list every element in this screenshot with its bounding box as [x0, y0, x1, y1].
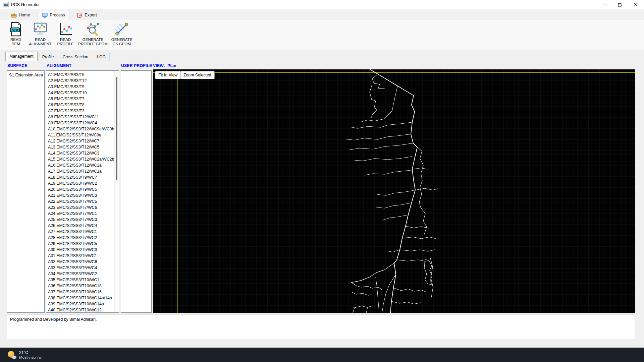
tab-log[interactable]: LOG: [93, 53, 110, 61]
alignment-list-item[interactable]: A8.EMC/S2/SS3/T12/WC11: [46, 114, 119, 120]
monitor-chart-icon: [33, 21, 48, 37]
minimize-button[interactable]: [597, 0, 612, 9]
alignment-list-item[interactable]: A19.EMC/S2/SS3/T9/WC2: [46, 180, 119, 186]
alignment-list-item[interactable]: A40.EMC/S2/SS3/T10/WC12: [46, 307, 119, 313]
alignment-list-item[interactable]: A16.EMC/S2/SS3/T12/WC2a: [46, 162, 119, 168]
plan-polyline: [364, 170, 414, 175]
alignment-list-item[interactable]: A4.EMC/S2/SS3/T10: [46, 90, 119, 96]
alignment-list-item[interactable]: A21.EMC/S2/SS3/T9/WC3: [46, 192, 119, 198]
plan-view-canvas[interactable]: Fit In View Zoom Selected: [153, 69, 635, 313]
alignment-list[interactable]: A1.EMC/S2/SS3/T5A2.EMC/S2/SS3/T12A3.EMC/…: [46, 70, 119, 313]
read-alignment-button[interactable]: READALIGNMENT: [27, 20, 54, 50]
tab-export[interactable]: Export: [73, 10, 101, 20]
alignment-list-item[interactable]: A23.EMC/S2/SS3/T7/WC6: [46, 204, 119, 210]
weather-condition: Mostly sunny: [19, 355, 42, 360]
monitor-icon: [42, 13, 48, 18]
plan-polyline: [366, 307, 368, 313]
alignment-list-item[interactable]: A14.EMC/S2/SS3/T12/WC3: [46, 150, 119, 156]
plan-drawing: [153, 69, 635, 313]
alignment-list-item[interactable]: A33.EMC/S2/SS3/T5/WC4: [46, 265, 119, 271]
app-window-icon: [3, 2, 9, 7]
alignment-list-item[interactable]: A36.EMC/S2/SS3/T10/WC18: [46, 283, 119, 289]
tab-profile-label: Profile: [42, 55, 54, 59]
alignment-list-item[interactable]: A22.EMC/S2/SS3/T7/WC5: [46, 198, 119, 204]
view-label: VIEW: Plan: [153, 63, 176, 68]
view-mode-value: Plan: [167, 63, 176, 68]
alignment-list-item[interactable]: A13.EMC/S2/SS3/T12/WC5: [46, 144, 119, 150]
fit-in-view-button[interactable]: Fit In View: [155, 71, 181, 79]
plan-polyline: [352, 292, 371, 295]
plan-polyline: [393, 288, 426, 292]
alignment-list-item[interactable]: A12.EMC/S2/SS3/T12/WC7: [46, 138, 119, 144]
alignment-list-item[interactable]: A26.EMC/S2/SS3/T7/WC4: [46, 223, 119, 229]
tab-profile[interactable]: Profile: [38, 53, 58, 61]
plan-polyline: [346, 134, 411, 140]
alignment-list-item[interactable]: A30.EMC/S2/SS3/T5/WC3: [46, 247, 119, 253]
plan-polyline: [350, 306, 372, 308]
credit-text: Programmed and Developed by Bimal Adhika…: [7, 315, 635, 322]
alignment-list-item[interactable]: A5.EMC/S2/SS3/T7: [46, 96, 119, 102]
tab-cross-section[interactable]: Cross Section: [59, 53, 93, 61]
status-panel: Programmed and Developed by Bimal Adhika…: [7, 314, 635, 339]
alignment-list-item[interactable]: A18.EMC/S2/SS3/T9/WC7: [46, 174, 119, 180]
read-profile-button[interactable]: READPROFILE: [54, 20, 76, 50]
restore-button[interactable]: [612, 0, 628, 9]
read-dem-button[interactable]: DEM READDEM: [5, 20, 26, 50]
surface-list[interactable]: S1.Extension Area: [7, 70, 45, 313]
plan-polyline: [355, 157, 412, 161]
tab-management[interactable]: Management: [5, 52, 38, 61]
alignment-scrollbar[interactable]: [114, 71, 119, 312]
plan-polyline: [412, 168, 427, 169]
plan-polyline: [377, 190, 415, 195]
zoom-selected-button[interactable]: Zoom Selected: [180, 71, 215, 79]
alignment-list-item[interactable]: A37.EMC/S2/SS3/T10/WC16: [46, 289, 119, 295]
generate-profile-geom-button[interactable]: GENERATEPROFILE GEOM: [77, 20, 109, 50]
alignment-list-item[interactable]: A34.EMC/S2/SS3/T5/WC2: [46, 271, 119, 277]
plan-polyline: [406, 226, 429, 228]
svg-text:DEM: DEM: [12, 28, 18, 32]
alignment-list-item[interactable]: A20.EMC/S2/SS3/T9/WC5: [46, 186, 119, 192]
plan-polyline: [353, 308, 355, 313]
alignment-list-item[interactable]: A27.EMC/S2/SS3/T9/WC1: [46, 229, 119, 235]
alignment-list-item[interactable]: A25.EMC/S2/SS3/T7/WC3: [46, 217, 119, 223]
plan-polyline: [397, 260, 426, 261]
alignment-list-item[interactable]: A2.EMC/S2/SS3/T12: [46, 78, 119, 84]
read-profile-label-2: PROFILE: [57, 42, 73, 46]
generate-cs-geom-button[interactable]: GENERATECS GEOM: [109, 20, 134, 50]
alignment-list-item[interactable]: A15.EMC/S2/SS3/T12/WC2a/WC2b: [46, 156, 119, 162]
alignment-list-item[interactable]: A32.EMC/S2/SS3/T5/WC6: [46, 259, 119, 265]
alignment-list-item[interactable]: A11.EMC/S2/SS3/T12/WC9a: [46, 132, 119, 138]
alignment-list-item[interactable]: A3.EMC/S2/SS3/T9: [46, 84, 119, 90]
weather-icon: [7, 350, 16, 359]
generate-profile-geom-label-1: GENERATE: [83, 38, 103, 42]
tab-process[interactable]: Process: [38, 10, 69, 20]
close-button[interactable]: [628, 0, 643, 9]
read-profile-label-1: READ: [60, 38, 71, 42]
alignment-list-item[interactable]: A24.EMC/S2/SS3/T7/WC1: [46, 210, 119, 217]
alignment-label: ALIGNMENT: [47, 63, 71, 68]
alignment-list-item[interactable]: A1.EMC/S2/SS3/T5: [46, 72, 119, 78]
tab-home[interactable]: Home: [7, 10, 34, 20]
alignment-list-item[interactable]: A29.EMC/S2/SS3/T5/WC5: [46, 241, 119, 247]
ribbon-tab-strip: Home Process Export: [0, 9, 644, 20]
surface-list-item[interactable]: S1.Extension Area: [7, 72, 44, 78]
alignment-scrollbar-thumb[interactable]: [116, 77, 117, 180]
alignment-list-item[interactable]: A7.EMC/S2/SS3/T3: [46, 108, 119, 114]
alignment-list-item[interactable]: A9.EMC/S2/SS3/T12/WC4: [46, 120, 119, 126]
alignment-list-item[interactable]: A17.EMC/S2/SS3/T12/WC1a: [46, 168, 119, 174]
alignment-list-item[interactable]: A28.EMC/S2/SS3/T7/WC2: [46, 235, 119, 241]
plan-polyline: [350, 143, 413, 150]
dem-file-icon: DEM: [8, 21, 23, 37]
alignment-list-item[interactable]: A35.EMC/S2/SS3/T10/WC1: [46, 277, 119, 283]
alignment-list-item[interactable]: A38.EMC/S2/SS3/T10/WC14a/14b: [46, 295, 119, 301]
generate-cs-geom-label-1: GENERATE: [111, 38, 132, 42]
tab-export-label: Export: [85, 13, 97, 17]
alignment-list-item[interactable]: A10.EMC/S2/SS3/T12/WC9a/WC9b: [46, 126, 119, 132]
alignment-list-item[interactable]: A6.EMC/S2/SS3/T8: [46, 102, 119, 108]
plan-polyline: [372, 75, 385, 89]
weather-widget[interactable]: 21°C Mostly sunny: [4, 348, 45, 362]
alignment-list-item[interactable]: A31.EMC/S2/SS3/T5/WC1: [46, 253, 119, 259]
user-profile-list[interactable]: [121, 70, 152, 313]
cross-section-icon: [114, 21, 129, 37]
alignment-list-item[interactable]: A39.EMC/S2/SS3/T10/WC14a: [46, 301, 119, 307]
